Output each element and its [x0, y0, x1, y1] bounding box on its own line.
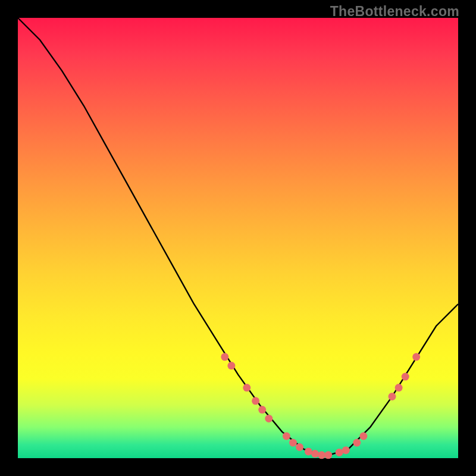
data-dot — [342, 446, 350, 454]
data-dot — [336, 449, 343, 456]
data-dot — [389, 393, 396, 400]
data-dot — [318, 451, 325, 459]
data-dot — [305, 447, 312, 455]
data-dot — [412, 353, 420, 361]
data-dot — [359, 433, 367, 440]
watermark-text: TheBottleneck.com — [330, 4, 459, 20]
data-dot — [395, 384, 403, 392]
data-dot — [353, 439, 361, 447]
data-dots — [221, 353, 420, 459]
data-dot — [311, 450, 319, 458]
data-dot — [289, 439, 297, 447]
curve-svg — [18, 18, 458, 458]
data-dot — [227, 362, 235, 369]
bottleneck-curve — [18, 18, 458, 456]
data-dot — [283, 433, 290, 440]
data-dot — [221, 353, 228, 361]
chart-container: TheBottleneck.com — [0, 0, 476, 476]
data-dot — [402, 373, 409, 381]
data-dot — [296, 443, 303, 451]
data-dot — [324, 451, 332, 459]
data-dot — [252, 397, 259, 405]
data-dot — [243, 384, 250, 392]
data-dot — [265, 415, 273, 422]
data-dot — [258, 406, 266, 414]
plot-area — [18, 18, 458, 458]
